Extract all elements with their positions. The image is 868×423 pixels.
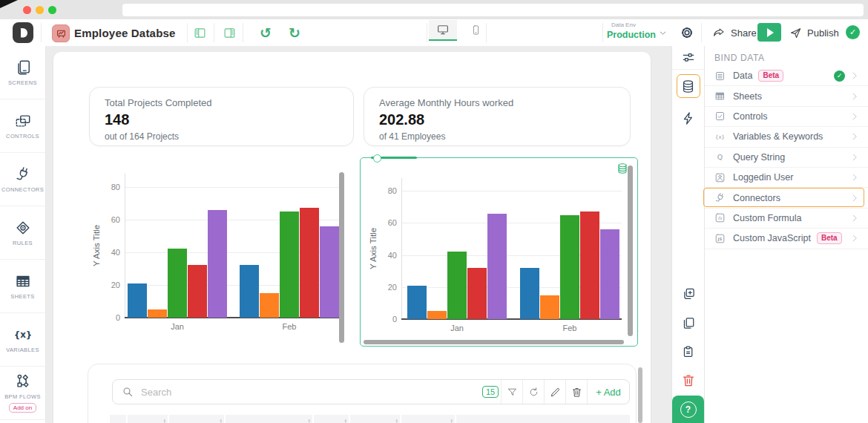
sidebar-item-controls[interactable]: CONTROLS (0, 99, 45, 153)
y-tick-label: 20 (98, 281, 120, 289)
stat-card-projects[interactable]: Total Projects Completed 148 out of 164 … (89, 87, 354, 146)
table-header-cell[interactable] (456, 415, 630, 423)
svg-text:Q: Q (717, 153, 723, 161)
bind-item-custom-javascript[interactable]: JSCustom JavaScriptBeta (705, 229, 868, 249)
sidebar-item-variables[interactable]: {x}VARIABLES (0, 313, 45, 367)
table-header-cell[interactable]: ▴ ▾ (314, 415, 349, 423)
share-button[interactable]: Share (712, 19, 757, 46)
stat-title: Average Monthly Hours worked (379, 97, 615, 108)
table-header-cell[interactable] (110, 415, 126, 423)
bind-item-sheets[interactable]: Sheets (705, 86, 868, 106)
y-tick-label: 60 (375, 218, 397, 227)
x-tick-label: Jan (407, 324, 507, 332)
chevron-right-icon (850, 71, 859, 80)
x-tick-label: Feb (240, 322, 339, 331)
close-window-button[interactable] (23, 6, 31, 14)
add-row-button[interactable]: + Add (588, 380, 629, 404)
sliders-icon[interactable] (681, 50, 695, 65)
bind-item-label: Loggedin User (733, 172, 793, 183)
macos-titlebar (0, 0, 868, 20)
refresh-button[interactable] (523, 380, 544, 404)
data-env-dropdown[interactable] (659, 19, 667, 46)
sheets-icon (15, 273, 31, 289)
settings-button[interactable] (680, 19, 694, 46)
delete-row-button[interactable] (566, 380, 587, 404)
sort-arrows-icon: ▴ ▾ (450, 419, 453, 423)
selection-handle[interactable] (373, 154, 381, 163)
chevron-right-icon (850, 173, 859, 182)
layout-right-panel-icon[interactable] (223, 19, 237, 46)
stat-title: Total Projects Completed (105, 97, 338, 108)
sidebar-item-screens[interactable]: SCREENS (0, 46, 45, 99)
app-title[interactable]: Employee Databse (74, 19, 176, 46)
app-thumbnail-icon[interactable] (52, 24, 70, 42)
sidebar-item-bpm-flows[interactable]: BPM FLOWSAdd on (0, 367, 45, 420)
data-env-label: Data Env (607, 22, 663, 28)
search-input[interactable] (139, 386, 480, 399)
app-logo[interactable] (13, 22, 33, 43)
browser-address-bar[interactable] (122, 4, 864, 16)
bind-item-controls[interactable]: Controls (705, 107, 868, 127)
table-header-cell[interactable]: ▴ ▾ (128, 415, 168, 423)
bind-item-data[interactable]: DataBeta✓ (705, 66, 868, 86)
table-header-cell[interactable]: ▴ ▾ (350, 415, 400, 423)
sort-arrows-icon: ▴ ▾ (344, 419, 346, 423)
bind-item-label: Query String (733, 152, 785, 163)
app-window: Employee Databse ↺ ↻ Data Env Production (0, 0, 868, 423)
bind-item-custom-formula[interactable]: fxCustom Formula (705, 209, 868, 229)
artboard-scrollbar[interactable] (638, 367, 642, 423)
filter-button[interactable] (502, 380, 522, 404)
addon-badge: Add on (9, 403, 36, 413)
chart-horizontal-scrollbar[interactable] (364, 340, 624, 344)
copy-icon[interactable] (681, 316, 695, 330)
chart-vertical-scrollbar[interactable] (339, 172, 344, 343)
bar-chart-widget-selected[interactable]: Y Axis Title020406080JanFeb (360, 157, 638, 347)
sidebar-item-label: SCREENS (8, 79, 37, 86)
table-widget[interactable]: 15 + Add ▴ ▾▴ ▾▴ ▾▴ ▾▴ ▾▴ ▾ (88, 364, 637, 423)
preview-play-button[interactable] (757, 23, 781, 42)
bar-group (407, 178, 507, 319)
y-axis-line (125, 174, 125, 318)
sidebar-item-sheets[interactable]: SHEETS (0, 260, 45, 313)
lightning-icon[interactable] (681, 111, 695, 125)
table-header-cell[interactable]: ▴ ▾ (401, 415, 455, 423)
table-header-cell[interactable]: ▴ ▾ (226, 415, 312, 423)
bind-item-label: Data (733, 70, 752, 81)
bar (407, 286, 427, 319)
sidebar-item-rules[interactable]: RULES (0, 206, 45, 260)
stat-value: 148 (105, 111, 338, 128)
paste-icon[interactable] (681, 345, 695, 359)
minimize-window-button[interactable] (36, 6, 44, 14)
sidebar-item-connectors[interactable]: CONNECTORS (0, 153, 45, 206)
chevron-right-icon (850, 132, 859, 141)
data-env-selector[interactable]: Data Env Production (607, 22, 663, 40)
bind-item-loggedin-user[interactable]: Loggedin User (705, 168, 868, 188)
bind-item-label: Variables & Keywords (733, 131, 823, 142)
bind-item-connectors[interactable]: Connectors (705, 188, 868, 208)
bind-item-query-string[interactable]: QQuery String (705, 148, 868, 168)
strip-tool-database-active[interactable] (677, 74, 700, 98)
help-button[interactable]: ? (672, 396, 704, 423)
divider (672, 69, 704, 70)
stat-card-hours[interactable]: Average Monthly Hours worked 202.88 of 4… (364, 87, 631, 146)
variables-icon: {x} (15, 327, 31, 343)
maximize-window-button[interactable] (48, 6, 56, 14)
publish-button[interactable]: Publish (789, 19, 839, 46)
bar (600, 229, 619, 319)
bar (148, 309, 167, 318)
layout-left-panel-icon[interactable] (194, 19, 207, 46)
chart-vertical-scrollbar[interactable] (628, 165, 633, 336)
bind-item-variables-keywords[interactable]: {x}Variables & Keywords (705, 127, 868, 147)
edit-row-button[interactable] (545, 380, 565, 404)
undo-button[interactable]: ↺ (260, 19, 272, 46)
bar-chart-widget[interactable]: Y Axis Title020406080JanFeb (89, 160, 345, 341)
divider (187, 23, 188, 42)
table-header-cell[interactable]: ▴ ▾ (169, 415, 224, 423)
trash-icon[interactable] (681, 373, 695, 387)
bar (300, 208, 319, 318)
page-size-control[interactable]: 15 (480, 380, 501, 404)
desktop-preview-toggle[interactable] (429, 20, 457, 41)
funnel-icon (507, 387, 518, 398)
duplicate-icon[interactable] (681, 287, 695, 301)
redo-button[interactable]: ↻ (289, 19, 300, 46)
